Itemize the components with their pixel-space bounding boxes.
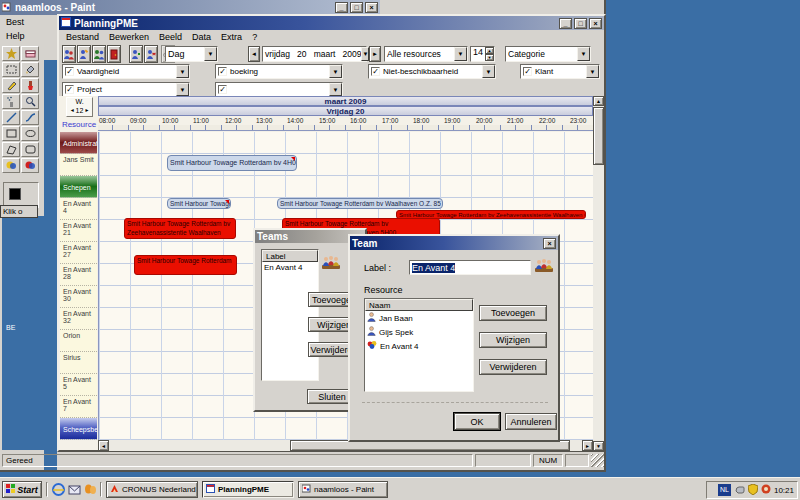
resource-cell[interactable]: Sirius (60, 352, 97, 374)
star-tool-icon[interactable] (2, 46, 20, 61)
resources-select[interactable]: Alle resources ▼ (384, 46, 468, 62)
team-edit-button[interactable]: Wijzigen (479, 332, 547, 348)
curve-tool-icon[interactable] (21, 110, 39, 125)
paint-minimize-button[interactable]: _ (335, 2, 348, 13)
resize-grip[interactable] (591, 454, 604, 467)
resource-cell[interactable]: En Avant 7 (60, 396, 97, 418)
filter-vaardigheid[interactable]: ✓ Vaardigheid ▼ (62, 64, 190, 79)
booking-bar[interactable]: Smit Harbour Towage R (167, 198, 231, 209)
fill-tool-icon[interactable] (21, 62, 39, 77)
resource-cell[interactable]: En Avant 4 (60, 198, 97, 220)
teams-list[interactable]: Label En Avant 4 (261, 249, 319, 381)
hand-tray-icon[interactable] (734, 484, 745, 497)
menu-help[interactable]: ? (247, 31, 262, 43)
paint-menu-bestand[interactable]: Best (1, 16, 29, 28)
polygon-tool-icon[interactable] (2, 142, 20, 157)
scroll-down-icon[interactable]: ▼ (593, 441, 604, 451)
menu-bestand[interactable]: Bestand (61, 31, 104, 43)
filter-klant[interactable]: ✓ Klant ▼ (520, 64, 600, 79)
menu-extra[interactable]: Extra (216, 31, 247, 43)
date-prev-button[interactable]: ◄ (248, 46, 260, 62)
team-dialog-titlebar[interactable]: Team × (350, 236, 558, 250)
date-select[interactable]: vrijdag 20 maart 2009 ▼ (262, 46, 367, 62)
scroll-up-icon[interactable]: ▲ (593, 96, 604, 106)
resource-cell[interactable]: En Avant 27 (60, 242, 97, 264)
team-add-button[interactable]: Toevoegen (479, 305, 547, 321)
ie-icon[interactable] (52, 483, 65, 498)
rounded-rect-tool-icon[interactable] (21, 142, 39, 157)
teams-list-item[interactable]: En Avant 4 (262, 262, 318, 273)
resource-cell[interactable]: Jans Smit (60, 154, 97, 176)
mail-icon[interactable] (68, 483, 81, 498)
member-item[interactable]: Jan Baan (365, 311, 473, 325)
paint-titlebar[interactable]: naamloos - Paint _ □ × (0, 0, 380, 15)
team-dialog-close-button[interactable]: × (543, 238, 556, 249)
magnifier-tool-icon[interactable] (21, 94, 39, 109)
scroll-left-icon[interactable]: ◄ (98, 440, 109, 451)
brush-tool-icon[interactable] (21, 78, 39, 93)
booking-bar[interactable]: Smit Harbour Towage Rotterdam (134, 255, 237, 275)
booking-bar[interactable]: Smit Harbour Towage Rotterdam bv Zeehave… (124, 218, 236, 239)
people-group-icon[interactable] (92, 45, 106, 63)
filter-niet-beschikbaarheid[interactable]: ✓ Niet-beschikbaarheid ▼ (368, 64, 496, 79)
teams-list-header[interactable]: Label (262, 250, 318, 262)
ok-button[interactable]: OK (454, 413, 500, 430)
pme-minimize-button[interactable]: _ (559, 18, 572, 29)
checkbox-icon[interactable]: ✓ (65, 85, 74, 94)
week-prev-icon[interactable]: ◄ (70, 106, 75, 115)
date-next-button[interactable]: ► (369, 46, 381, 62)
paint-close-button[interactable]: × (365, 2, 378, 13)
palette-tool-icon[interactable] (2, 158, 20, 173)
filter-empty[interactable]: ✓ ▼ (215, 82, 343, 97)
booking-bar[interactable]: Smit Harbour Towage Rotterdam bv 4H00 (167, 155, 297, 171)
menu-bewerken[interactable]: Bewerken (104, 31, 154, 43)
clock[interactable]: 10:21 (774, 486, 794, 495)
members-list-header[interactable]: Naam (365, 299, 473, 311)
team-members-list[interactable]: Naam Jan Baan Gijs Spek En Avant 4 (364, 298, 474, 392)
spray-tool-icon[interactable] (2, 94, 20, 109)
app-tray-icon[interactable] (761, 484, 771, 496)
resource-cell[interactable]: Scheepsbemanning (60, 418, 97, 440)
resource-cell[interactable]: Schepen (60, 176, 97, 198)
week-spinner[interactable]: W. ◄ 12 ► (66, 97, 93, 117)
person-remove-icon[interactable] (144, 45, 158, 63)
checkbox-icon[interactable]: ✓ (371, 67, 380, 76)
pme-maximize-button[interactable]: □ (574, 18, 587, 29)
taskbar-task-planningpme[interactable]: PlanningPME (202, 481, 294, 498)
cancel-button[interactable]: Annuleren (505, 413, 557, 430)
language-indicator[interactable]: NL (718, 484, 731, 496)
pencil-tool-icon[interactable] (2, 78, 20, 93)
checkbox-icon[interactable]: ✓ (218, 85, 227, 94)
category-select[interactable]: Categorie ▼ (505, 46, 591, 62)
start-button[interactable]: Start (2, 481, 42, 498)
spinner-up-icon[interactable]: ▲ (485, 47, 494, 54)
paint-maximize-button[interactable]: □ (350, 2, 363, 13)
checkbox-icon[interactable]: ✓ (65, 67, 74, 76)
shield-tray-icon[interactable] (748, 484, 758, 497)
taskbar-task-cronus[interactable]: CRONUS Nederland BV - ... (106, 481, 198, 498)
team-delete-button[interactable]: Verwijderen (479, 359, 547, 375)
view-select[interactable]: Dag ▼ (165, 46, 218, 62)
taskbar-task-paint[interactable]: naamloos - Paint (298, 481, 388, 498)
paint-menu-help[interactable]: Help (1, 30, 30, 42)
people-icon[interactable] (62, 45, 76, 63)
resource-cell[interactable]: En Avant 28 (60, 264, 97, 286)
vertical-scrollbar[interactable]: ▲ ▼ (593, 96, 604, 451)
line-tool-icon[interactable] (2, 110, 20, 125)
count-spinner[interactable]: 14 ▲ ▼ (470, 46, 495, 62)
paint-canvas[interactable] (44, 60, 57, 470)
filter-project[interactable]: ✓ Project ▼ (62, 82, 190, 97)
resource-column-link[interactable]: Resource (59, 120, 99, 129)
team-label-input[interactable]: En Avant 4 (409, 260, 531, 275)
checkbox-icon[interactable]: ✓ (523, 67, 532, 76)
planningpme-titlebar[interactable]: PlanningPME _ □ × (59, 16, 604, 30)
ellipse-tool-icon[interactable] (21, 126, 39, 141)
red-door-icon[interactable] (107, 45, 121, 63)
booking-bar[interactable]: Smit Harbour Towage Rotterdam bv Waalhav… (277, 198, 443, 209)
resource-cell[interactable]: En Avant 21 (60, 220, 97, 242)
member-item[interactable]: En Avant 4 (365, 339, 473, 353)
week-next-icon[interactable]: ► (84, 106, 89, 115)
resource-cell[interactable]: Administratie (60, 132, 97, 154)
person-add-icon[interactable] (129, 45, 143, 63)
scrollbar-thumb[interactable] (593, 107, 604, 165)
